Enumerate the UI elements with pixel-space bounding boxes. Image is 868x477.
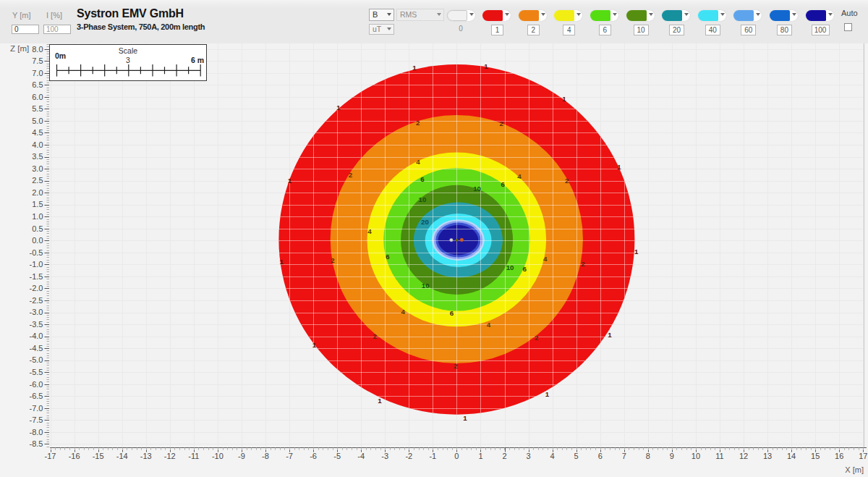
svg-text:-11: -11 bbox=[188, 452, 199, 460]
svg-text:4: 4 bbox=[543, 255, 548, 263]
svg-text:1: 1 bbox=[608, 331, 612, 339]
svg-text:5.0: 5.0 bbox=[32, 117, 43, 125]
svg-text:2: 2 bbox=[581, 260, 584, 268]
svg-text:X [m]: X [m] bbox=[845, 465, 864, 474]
svg-text:-4: -4 bbox=[357, 452, 365, 460]
svg-text:-7.0: -7.0 bbox=[30, 404, 43, 413]
svg-text:1: 1 bbox=[288, 177, 292, 185]
svg-text:4: 4 bbox=[401, 308, 406, 316]
svg-text:-2.5: -2.5 bbox=[30, 296, 43, 305]
svg-text:6.5: 6.5 bbox=[32, 80, 43, 89]
svg-text:2: 2 bbox=[373, 332, 376, 340]
svg-text:-10: -10 bbox=[212, 452, 224, 460]
svg-text:5.5: 5.5 bbox=[32, 104, 43, 113]
svg-text:-6.5: -6.5 bbox=[30, 392, 43, 400]
svg-text:-17: -17 bbox=[45, 452, 56, 460]
svg-text:1: 1 bbox=[412, 64, 417, 72]
svg-text:-7.5: -7.5 bbox=[30, 415, 43, 424]
svg-text:8: 8 bbox=[646, 452, 650, 460]
svg-text:10: 10 bbox=[692, 452, 700, 460]
svg-text:-16: -16 bbox=[69, 452, 80, 460]
svg-text:11: 11 bbox=[715, 452, 723, 460]
svg-text:0.5: 0.5 bbox=[32, 224, 43, 233]
svg-text:1: 1 bbox=[617, 163, 621, 171]
svg-text:-5: -5 bbox=[333, 452, 341, 460]
svg-text:4: 4 bbox=[550, 452, 555, 460]
svg-text:17: 17 bbox=[859, 452, 867, 460]
svg-text:7: 7 bbox=[622, 452, 626, 460]
svg-text:4: 4 bbox=[416, 158, 420, 166]
svg-text:4: 4 bbox=[487, 321, 491, 329]
svg-text:-1: -1 bbox=[429, 452, 436, 460]
svg-text:-2.0: -2.0 bbox=[30, 284, 43, 292]
svg-text:-1.5: -1.5 bbox=[30, 272, 43, 281]
svg-text:6: 6 bbox=[598, 452, 603, 460]
svg-text:10: 10 bbox=[419, 195, 427, 203]
svg-text:-14: -14 bbox=[116, 452, 128, 460]
svg-text:2.5: 2.5 bbox=[32, 176, 43, 185]
svg-text:4.0: 4.0 bbox=[32, 140, 43, 149]
svg-text:-8.5: -8.5 bbox=[30, 439, 43, 448]
svg-text:4: 4 bbox=[517, 172, 522, 180]
svg-text:1: 1 bbox=[545, 390, 550, 398]
svg-text:-2: -2 bbox=[405, 452, 412, 460]
svg-text:5: 5 bbox=[574, 452, 579, 460]
svg-text:7.5: 7.5 bbox=[32, 56, 43, 65]
svg-text:1.0: 1.0 bbox=[32, 212, 43, 221]
svg-text:16: 16 bbox=[835, 452, 843, 460]
svg-text:1: 1 bbox=[336, 104, 341, 111]
svg-text:-6: -6 bbox=[310, 452, 317, 460]
svg-text:6: 6 bbox=[501, 180, 506, 188]
svg-text:1: 1 bbox=[484, 62, 488, 70]
svg-text:1: 1 bbox=[478, 452, 482, 460]
svg-text:6.0: 6.0 bbox=[32, 93, 43, 101]
svg-text:-15: -15 bbox=[93, 452, 104, 460]
svg-text:-0.5: -0.5 bbox=[30, 248, 43, 257]
svg-text:2: 2 bbox=[535, 334, 538, 342]
svg-text:-4.5: -4.5 bbox=[30, 344, 43, 353]
svg-text:1: 1 bbox=[463, 414, 467, 422]
svg-text:1: 1 bbox=[280, 258, 284, 266]
svg-text:Z [m]: Z [m] bbox=[10, 44, 29, 53]
svg-text:1: 1 bbox=[634, 248, 639, 256]
svg-text:-8.0: -8.0 bbox=[30, 428, 43, 436]
svg-text:-5.5: -5.5 bbox=[30, 368, 43, 376]
svg-text:12: 12 bbox=[739, 452, 748, 460]
svg-text:4: 4 bbox=[367, 227, 372, 235]
svg-text:-3: -3 bbox=[381, 452, 388, 460]
svg-text:20: 20 bbox=[421, 218, 429, 226]
svg-text:-9: -9 bbox=[238, 452, 245, 460]
svg-text:14: 14 bbox=[787, 452, 796, 460]
svg-text:3.0: 3.0 bbox=[32, 164, 43, 173]
svg-text:10: 10 bbox=[422, 282, 430, 290]
svg-text:-7: -7 bbox=[286, 452, 293, 460]
svg-text:10: 10 bbox=[473, 185, 481, 193]
svg-text:4.5: 4.5 bbox=[32, 128, 43, 137]
svg-text:-3.0: -3.0 bbox=[30, 308, 43, 316]
svg-text:7.0: 7.0 bbox=[32, 69, 43, 77]
svg-text:0.0: 0.0 bbox=[32, 236, 43, 245]
svg-text:3: 3 bbox=[526, 452, 530, 460]
svg-text:2: 2 bbox=[502, 452, 506, 460]
svg-text:2: 2 bbox=[349, 171, 352, 179]
svg-text:2: 2 bbox=[416, 119, 420, 127]
svg-text:15: 15 bbox=[811, 452, 820, 460]
svg-text:-12: -12 bbox=[164, 452, 176, 460]
svg-text:1.5: 1.5 bbox=[32, 200, 43, 208]
svg-text:2: 2 bbox=[331, 256, 334, 264]
svg-text:2.0: 2.0 bbox=[32, 188, 43, 197]
svg-text:8.0: 8.0 bbox=[32, 45, 43, 54]
svg-text:2: 2 bbox=[500, 119, 503, 127]
svg-text:-1.0: -1.0 bbox=[30, 260, 43, 269]
svg-text:-6.0: -6.0 bbox=[30, 380, 43, 389]
svg-text:13: 13 bbox=[763, 452, 772, 460]
svg-text:2: 2 bbox=[454, 362, 457, 370]
svg-text:1: 1 bbox=[312, 341, 317, 349]
svg-text:3.5: 3.5 bbox=[32, 152, 43, 161]
svg-text:6: 6 bbox=[420, 175, 425, 183]
svg-text:-13: -13 bbox=[140, 452, 152, 460]
svg-text:6: 6 bbox=[522, 265, 527, 273]
svg-text:2: 2 bbox=[565, 177, 569, 185]
svg-text:-4.0: -4.0 bbox=[30, 332, 43, 340]
svg-text:0: 0 bbox=[454, 452, 459, 460]
